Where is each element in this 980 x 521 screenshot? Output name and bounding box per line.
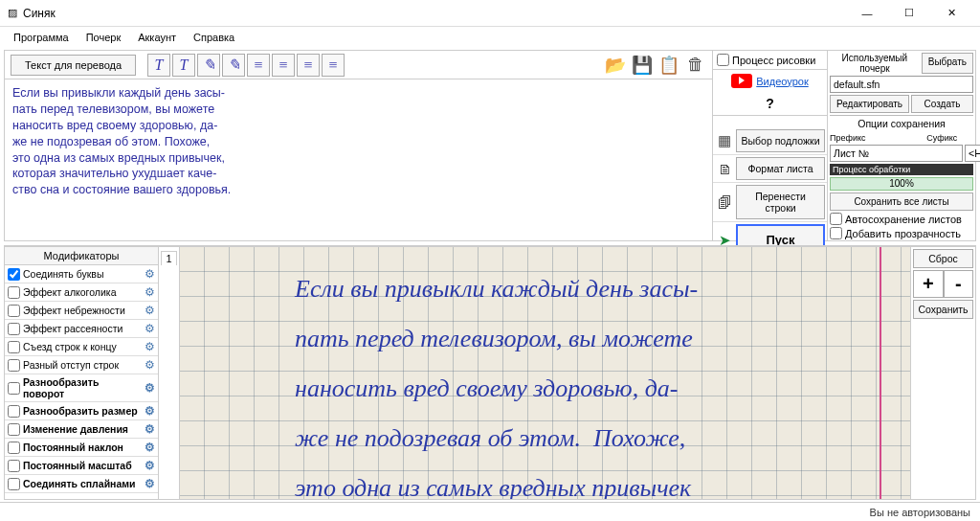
menu-help[interactable]: Справка (186, 30, 242, 45)
video-row: Видеоурок (713, 70, 827, 92)
modifier-row: Эффект рассеяности⚙ (5, 320, 158, 338)
gear-icon[interactable]: ⚙ (145, 477, 155, 490)
open-icon[interactable]: 📂 (603, 53, 628, 78)
gear-icon[interactable]: ⚙ (145, 358, 155, 372)
window-title: Синяк (23, 7, 846, 20)
modifier-row: Постоянный масштаб⚙ (5, 457, 158, 475)
modifier-label: Эффект небрежности (23, 305, 142, 316)
minimize-button[interactable]: ― (846, 0, 888, 27)
close-button[interactable]: ✕ (930, 0, 972, 27)
titlebar: ▨ Синяк ― ☐ ✕ (0, 0, 980, 27)
gear-icon[interactable]: ⚙ (145, 381, 155, 395)
transparency-row[interactable]: Добавить прозрачность (830, 227, 973, 239)
create-font-button[interactable]: Создать (911, 95, 973, 113)
modifier-checkbox[interactable] (8, 423, 20, 436)
choose-font-button[interactable]: Выбрать (922, 53, 973, 74)
modifier-label: Съезд строк к концу (23, 341, 142, 352)
help-button[interactable]: ? (713, 92, 827, 116)
gear-icon[interactable]: ⚙ (145, 422, 155, 436)
modifier-row: Разнообразить поворот⚙ (5, 374, 158, 402)
modifier-checkbox[interactable] (8, 359, 20, 372)
font-t2-icon[interactable]: T (172, 54, 195, 77)
modifier-checkbox[interactable] (8, 268, 20, 281)
bg-icon: ▦ (713, 128, 736, 153)
align4-icon[interactable]: ≡ (322, 54, 345, 77)
status-bar: Вы не авторизованы (0, 502, 980, 521)
modifier-checkbox[interactable] (8, 405, 20, 418)
font-name-input[interactable] (830, 76, 973, 93)
translate-button[interactable]: Текст для перевода (11, 55, 136, 76)
modifier-checkbox[interactable] (8, 305, 20, 317)
menu-program[interactable]: Программа (6, 30, 77, 45)
sheet-format-button[interactable]: Формат листа (736, 157, 825, 180)
modifier-label: Разнообразить поворот (23, 376, 142, 399)
margin-line (880, 247, 881, 499)
modifier-row: Разнообразить размер⚙ (5, 402, 158, 420)
modifiers-list: Соединять буквы⚙Эффект алкоголика⚙Эффект… (5, 265, 158, 499)
modifier-label: Постоянный наклон (23, 442, 142, 453)
maximize-button[interactable]: ☐ (888, 0, 930, 27)
modifier-checkbox[interactable] (8, 323, 20, 335)
gear-icon[interactable]: ⚙ (145, 459, 155, 472)
zoom-controls: + - (913, 270, 973, 298)
autosave-checkbox[interactable] (830, 213, 842, 225)
save-icon[interactable]: 💾 (630, 53, 655, 78)
style-icons: T T ✎ ✎ ≡ ≡ ≡ ≡ (147, 54, 345, 77)
transparency-checkbox[interactable] (830, 227, 842, 239)
zoom-in-button[interactable]: + (913, 270, 944, 298)
pen1-icon[interactable]: ✎ (197, 54, 220, 77)
align2-icon[interactable]: ≡ (272, 54, 295, 77)
modifier-label: Соединять сплайнами (23, 478, 142, 489)
gear-icon[interactable]: ⚙ (145, 441, 155, 454)
draw-process-checkbox[interactable] (717, 54, 729, 66)
draw-process-label: Процесс рисовки (732, 55, 815, 66)
align3-icon[interactable]: ≡ (297, 54, 320, 77)
reset-button[interactable]: Сброс (913, 249, 973, 268)
menu-handwriting[interactable]: Почерк (78, 30, 129, 45)
modifier-checkbox[interactable] (8, 341, 20, 353)
source-text[interactable]: Если вы привыкли каждый день засы- пать … (5, 79, 712, 240)
prefix-input[interactable] (830, 145, 963, 162)
sheet-icon: 🗎 (713, 156, 736, 181)
modifier-checkbox[interactable] (8, 286, 20, 299)
modifiers-panel: Модификаторы Соединять буквы⚙Эффект алко… (4, 246, 159, 500)
modifier-label: Разный отступ строк (23, 359, 142, 371)
modifier-checkbox[interactable] (8, 460, 20, 472)
number-input[interactable] (965, 145, 980, 162)
modifier-label: Соединять буквы (23, 268, 142, 280)
gear-icon[interactable]: ⚙ (145, 304, 155, 317)
align1-icon[interactable]: ≡ (247, 54, 270, 77)
modifier-checkbox[interactable] (8, 442, 20, 454)
gear-icon[interactable]: ⚙ (145, 322, 155, 335)
preview-canvas[interactable]: Если вы привыкли каждый день засы- пать … (180, 246, 911, 500)
modifier-checkbox[interactable] (8, 478, 20, 490)
gear-icon[interactable]: ⚙ (145, 285, 155, 299)
file-icons: 📂 💾 📋 🗑 (603, 53, 708, 78)
wrap-lines-button[interactable]: Перенести строки (736, 185, 825, 219)
edit-font-button[interactable]: Редактировать (830, 95, 909, 113)
gear-icon[interactable]: ⚙ (145, 267, 155, 281)
modifier-row: Соединять сплайнами⚙ (5, 475, 158, 493)
text-column: Текст для перевода T T ✎ ✎ ≡ ≡ ≡ ≡ 📂 💾 📋… (5, 51, 712, 240)
save-all-button[interactable]: Сохранить все листы (830, 193, 973, 211)
save-options-title: Опции сохранения (830, 115, 973, 131)
modifiers-title: Модификаторы (5, 247, 158, 265)
autosave-row[interactable]: Автосохранение листов (830, 213, 973, 225)
modifier-checkbox[interactable] (8, 382, 20, 395)
clipboard-icon[interactable]: 📋 (657, 53, 681, 78)
modifier-label: Разнообразить размер (23, 405, 142, 417)
top-panel: Текст для перевода T T ✎ ✎ ≡ ≡ ≡ ≡ 📂 💾 📋… (4, 50, 976, 241)
prefix-label: Префикс (830, 133, 877, 143)
font-t1-icon[interactable]: T (147, 54, 170, 77)
zoom-out-button[interactable]: - (944, 270, 974, 298)
video-tutorial-link[interactable]: Видеоурок (756, 76, 808, 87)
save-canvas-button[interactable]: Сохранить (913, 300, 973, 319)
pen2-icon[interactable]: ✎ (222, 54, 245, 77)
trash-icon[interactable]: 🗑 (683, 53, 708, 78)
gear-icon[interactable]: ⚙ (145, 404, 155, 418)
menu-account[interactable]: Аккаунт (130, 30, 184, 45)
choose-background-button[interactable]: Выбор подложки (736, 129, 825, 152)
tab-page-1[interactable]: 1 (161, 251, 176, 265)
used-font-label: Используемый почерк (830, 53, 920, 74)
gear-icon[interactable]: ⚙ (145, 340, 155, 353)
